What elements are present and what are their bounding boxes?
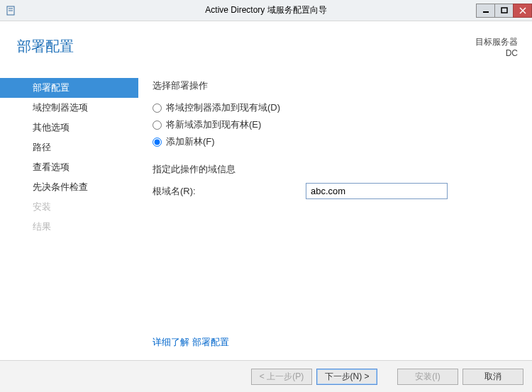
deployment-operation-group: 将域控制器添加到现有域(D) 将新域添加到现有林(E) 添加新林(F) — [153, 99, 518, 150]
nav-item-review[interactable]: 查看选项 — [0, 157, 138, 177]
install-button: 安装(I) — [397, 369, 458, 385]
root-domain-input[interactable] — [306, 183, 448, 199]
nav-item-deploy-config[interactable]: 部署配置 — [0, 78, 138, 98]
domain-info-label: 指定此操作的域信息 — [153, 163, 518, 176]
radio-input-existing-forest[interactable] — [153, 121, 162, 130]
nav-item-dc-options[interactable]: 域控制器选项 — [0, 98, 138, 118]
nav-item-paths[interactable]: 路径 — [0, 138, 138, 157]
target-server-info: 目标服务器 DC — [475, 37, 518, 59]
close-button[interactable] — [513, 4, 532, 18]
more-info-prefix: 详细了解 — [153, 337, 189, 347]
more-info-topic: 部署配置 — [192, 337, 229, 347]
root-domain-label: 根域名(R): — [153, 185, 306, 198]
window-title: Active Directory 域服务配置向导 — [0, 4, 532, 16]
root-domain-row: 根域名(R): — [153, 183, 518, 199]
target-server-value: DC — [475, 48, 518, 60]
radio-add-domain-existing-forest[interactable]: 将新域添加到现有林(E) — [153, 116, 518, 133]
select-operation-label: 选择部署操作 — [153, 79, 518, 92]
header: 部署配置 目标服务器 DC — [0, 21, 532, 59]
radio-label: 添加新林(F) — [166, 135, 215, 148]
wizard-nav: 部署配置 域控制器选项 其他选项 路径 查看选项 先决条件检查 安装 结果 — [0, 71, 138, 360]
radio-add-new-forest[interactable]: 添加新林(F) — [153, 133, 518, 150]
titlebar: Active Directory 域服务配置向导 — [0, 0, 532, 21]
page-title: 部署配置 — [17, 37, 74, 56]
svg-rect-4 — [501, 8, 507, 13]
more-info-link[interactable]: 详细了解 部署配置 — [153, 336, 229, 349]
target-server-label: 目标服务器 — [475, 37, 518, 48]
nav-item-results: 结果 — [0, 217, 138, 237]
radio-input-new-forest[interactable] — [153, 138, 162, 147]
content-panel: 选择部署操作 将域控制器添加到现有域(D) 将新域添加到现有林(E) 添加新林(… — [138, 71, 532, 360]
radio-add-dc-existing-domain[interactable]: 将域控制器添加到现有域(D) — [153, 99, 518, 116]
cancel-button[interactable]: 取消 — [462, 369, 523, 385]
next-button[interactable]: 下一步(N) > — [316, 369, 377, 385]
nav-item-other-options[interactable]: 其他选项 — [0, 118, 138, 138]
maximize-button[interactable] — [494, 4, 514, 18]
radio-input-existing-domain[interactable] — [153, 103, 162, 113]
radio-label: 将新域添加到现有林(E) — [166, 118, 261, 131]
wizard-footer: < 上一步(P) 下一步(N) > 安装(I) 取消 — [0, 360, 532, 392]
prev-button: < 上一步(P) — [251, 369, 312, 385]
radio-label: 将域控制器添加到现有域(D) — [166, 101, 280, 114]
nav-item-prereq[interactable]: 先决条件检查 — [0, 177, 138, 197]
app-icon — [0, 0, 21, 21]
window-controls — [477, 4, 532, 18]
nav-item-install: 安装 — [0, 197, 138, 217]
minimize-button[interactable] — [476, 4, 495, 18]
